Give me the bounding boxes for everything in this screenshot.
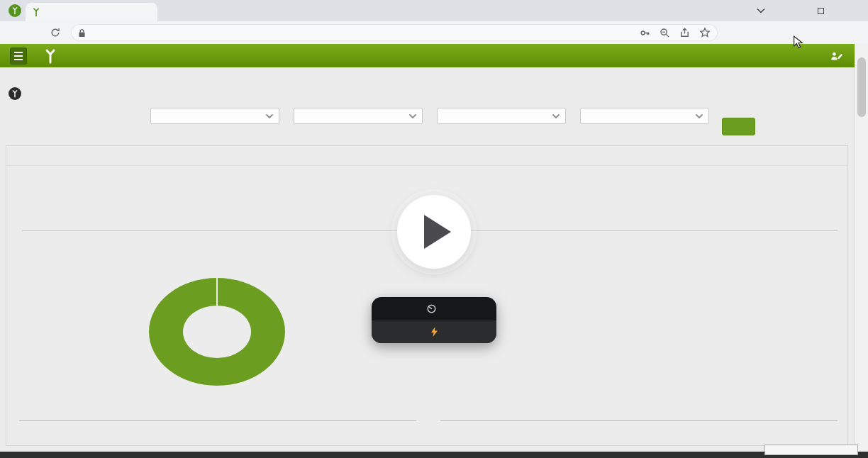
reload-button[interactable] — [45, 23, 65, 42]
chrome-menu-chevron-icon[interactable] — [746, 0, 776, 21]
donut-chart[interactable] — [149, 278, 285, 386]
bottom-left-axis — [19, 417, 416, 421]
menu-hamburger-button[interactable] — [10, 48, 27, 65]
chevron-down-icon — [265, 113, 274, 119]
elicencie-logo-icon — [43, 48, 58, 64]
window-controls — [746, 0, 865, 21]
filter-empreendimentos — [294, 103, 423, 124]
bottom-right-axis — [440, 417, 838, 421]
page-scrollbar[interactable] — [855, 44, 868, 452]
responsaveis-condicionantes-chart — [428, 405, 849, 447]
elicencie-tree-icon — [11, 6, 19, 15]
top-chart-y-labels — [6, 175, 20, 234]
page-header-logo-icon — [9, 87, 21, 100]
duration-row — [372, 320, 496, 343]
window-minimize-button[interactable] — [776, 0, 806, 21]
empreendimentos-select[interactable] — [294, 108, 423, 124]
scrollbar-up-arrow[interactable] — [855, 44, 868, 56]
bottom-dark-bar — [0, 452, 868, 458]
browser-toolbar: * — [0, 21, 868, 44]
donut-slice-separator — [216, 278, 218, 306]
playback-speed-pill[interactable] — [372, 297, 496, 343]
abrir-chamado-button[interactable] — [764, 445, 858, 455]
filter-licenciadores — [437, 103, 566, 124]
responsaveis-licencas-chart — [6, 405, 428, 447]
app-navbar — [0, 44, 855, 67]
lock-icon — [78, 28, 86, 38]
filter-responsaveis — [580, 103, 709, 124]
address-bar[interactable] — [71, 24, 718, 41]
responsaveis-select[interactable] — [580, 108, 709, 124]
tab-favicon-tree-icon — [31, 7, 41, 17]
speedometer-icon — [426, 303, 437, 314]
licencas-donut-section — [6, 263, 428, 405]
forward-button[interactable] — [26, 23, 45, 42]
account-menu[interactable] — [825, 51, 843, 61]
buscar-button[interactable] — [722, 118, 755, 135]
bottom-right-axis-labels — [440, 423, 838, 431]
browser-tab[interactable] — [26, 3, 157, 21]
dashboard-tabs — [6, 146, 847, 166]
back-button[interactable] — [6, 23, 26, 42]
user-edit-icon — [830, 51, 843, 61]
chevron-down-icon — [552, 113, 560, 119]
video-play-button[interactable] — [397, 195, 471, 269]
speed-row — [372, 297, 496, 320]
scrollbar-thumb[interactable] — [857, 57, 866, 117]
bookmark-star-icon[interactable] — [699, 27, 711, 38]
donut-hole — [183, 306, 251, 358]
omnibox-icons — [640, 27, 711, 38]
new-tab-button[interactable] — [165, 4, 182, 21]
mouse-cursor — [793, 35, 803, 50]
chevron-down-icon — [695, 113, 703, 119]
bottom-left-axis-labels — [19, 423, 416, 431]
licenciadores-select[interactable] — [437, 108, 566, 124]
dashboard-panel — [6, 145, 848, 446]
screenshot-root: * — [0, 0, 868, 458]
bottom-charts-row — [6, 405, 847, 447]
empreendedores-select[interactable] — [150, 108, 279, 124]
window-restore-button[interactable] — [806, 0, 835, 21]
lightning-bolt-icon — [430, 327, 438, 337]
share-icon[interactable] — [679, 28, 690, 38]
chevron-down-icon — [408, 113, 417, 119]
browser-tabstrip — [0, 0, 868, 21]
app-window-icon — [9, 4, 21, 17]
filter-empreendedores — [150, 103, 279, 124]
zoom-out-icon[interactable] — [660, 28, 670, 38]
page-header — [9, 87, 26, 100]
window-close-button[interactable] — [835, 0, 865, 21]
password-key-icon[interactable] — [640, 28, 650, 38]
play-icon — [424, 215, 451, 249]
